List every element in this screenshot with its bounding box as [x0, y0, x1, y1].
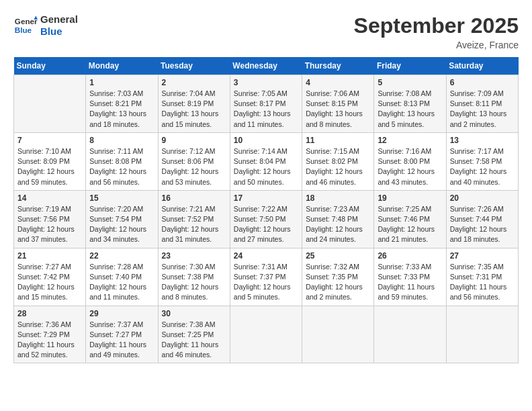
day-number: 19 [378, 193, 442, 203]
day-info: Sunrise: 7:22 AMSunset: 7:50 PMDaylight:… [234, 204, 298, 245]
day-info: Sunrise: 7:21 AMSunset: 7:52 PMDaylight:… [162, 204, 226, 245]
svg-text:General: General [15, 17, 38, 26]
day-info: Sunrise: 7:32 AMSunset: 7:35 PMDaylight:… [306, 262, 370, 303]
calendar-cell: 4Sunrise: 7:06 AMSunset: 8:15 PMDaylight… [302, 75, 374, 133]
week-row-0: 1Sunrise: 7:03 AMSunset: 8:21 PMDaylight… [14, 75, 519, 133]
calendar-cell: 29Sunrise: 7:37 AMSunset: 7:27 PMDayligh… [86, 306, 158, 363]
day-info: Sunrise: 7:27 AMSunset: 7:42 PMDaylight:… [17, 262, 82, 303]
svg-text:Blue: Blue [15, 26, 32, 34]
calendar-cell: 27Sunrise: 7:35 AMSunset: 7:31 PMDayligh… [446, 248, 518, 306]
calendar-cell [374, 306, 446, 363]
calendar-cell [302, 306, 374, 363]
day-info: Sunrise: 7:04 AMSunset: 8:19 PMDaylight:… [162, 89, 226, 130]
header-wednesday: Wednesday [230, 57, 302, 75]
day-number: 18 [306, 193, 370, 203]
day-number: 26 [378, 251, 442, 261]
calendar-cell: 8Sunrise: 7:11 AMSunset: 8:08 PMDaylight… [86, 132, 158, 190]
calendar-cell: 10Sunrise: 7:14 AMSunset: 8:04 PMDayligh… [230, 132, 302, 190]
day-number: 23 [162, 251, 226, 261]
day-info: Sunrise: 7:23 AMSunset: 7:48 PMDaylight:… [306, 204, 370, 245]
day-number: 22 [89, 251, 154, 261]
page-header: General Blue General Blue September 2025… [13, 13, 519, 50]
calendar-cell [14, 75, 86, 133]
calendar-header-row: SundayMondayTuesdayWednesdayThursdayFrid… [14, 57, 519, 75]
calendar-cell: 16Sunrise: 7:21 AMSunset: 7:52 PMDayligh… [158, 190, 230, 248]
day-info: Sunrise: 7:19 AMSunset: 7:56 PMDaylight:… [17, 204, 82, 245]
calendar-cell [230, 306, 302, 363]
calendar-cell [446, 306, 518, 363]
day-info: Sunrise: 7:37 AMSunset: 7:27 PMDaylight:… [89, 320, 154, 361]
day-info: Sunrise: 7:20 AMSunset: 7:54 PMDaylight:… [89, 204, 154, 245]
day-number: 8 [89, 136, 154, 145]
day-number: 5 [378, 78, 442, 87]
day-number: 3 [234, 78, 298, 87]
calendar-cell: 22Sunrise: 7:28 AMSunset: 7:40 PMDayligh… [86, 248, 158, 306]
week-row-1: 7Sunrise: 7:10 AMSunset: 8:09 PMDaylight… [14, 132, 519, 190]
header-thursday: Thursday [302, 57, 374, 75]
logo-general: General [40, 13, 78, 26]
day-number: 1 [89, 78, 154, 87]
day-info: Sunrise: 7:25 AMSunset: 7:46 PMDaylight:… [378, 204, 442, 245]
calendar-cell: 28Sunrise: 7:36 AMSunset: 7:29 PMDayligh… [14, 306, 86, 363]
day-number: 21 [17, 251, 82, 261]
header-tuesday: Tuesday [158, 57, 230, 75]
day-info: Sunrise: 7:05 AMSunset: 8:17 PMDaylight:… [234, 89, 298, 130]
day-info: Sunrise: 7:10 AMSunset: 8:09 PMDaylight:… [17, 146, 82, 187]
header-friday: Friday [374, 57, 446, 75]
calendar-cell: 21Sunrise: 7:27 AMSunset: 7:42 PMDayligh… [14, 248, 86, 306]
calendar-cell: 15Sunrise: 7:20 AMSunset: 7:54 PMDayligh… [86, 190, 158, 248]
day-number: 27 [450, 251, 515, 261]
day-number: 7 [17, 136, 82, 145]
day-number: 20 [450, 193, 515, 203]
day-info: Sunrise: 7:09 AMSunset: 8:11 PMDaylight:… [450, 89, 515, 130]
day-info: Sunrise: 7:35 AMSunset: 7:31 PMDaylight:… [450, 262, 515, 303]
day-info: Sunrise: 7:14 AMSunset: 8:04 PMDaylight:… [234, 146, 298, 187]
calendar-cell: 11Sunrise: 7:15 AMSunset: 8:02 PMDayligh… [302, 132, 374, 190]
calendar-cell: 30Sunrise: 7:38 AMSunset: 7:25 PMDayligh… [158, 306, 230, 363]
calendar-cell: 1Sunrise: 7:03 AMSunset: 8:21 PMDaylight… [86, 75, 158, 133]
day-info: Sunrise: 7:33 AMSunset: 7:33 PMDaylight:… [378, 262, 442, 303]
day-number: 24 [234, 251, 298, 261]
calendar-body: 1Sunrise: 7:03 AMSunset: 8:21 PMDaylight… [14, 75, 519, 363]
calendar-cell: 20Sunrise: 7:26 AMSunset: 7:44 PMDayligh… [446, 190, 518, 248]
day-info: Sunrise: 7:30 AMSunset: 7:38 PMDaylight:… [162, 262, 226, 303]
day-number: 2 [162, 78, 226, 87]
day-info: Sunrise: 7:31 AMSunset: 7:37 PMDaylight:… [234, 262, 298, 303]
calendar-cell: 13Sunrise: 7:17 AMSunset: 7:58 PMDayligh… [446, 132, 518, 190]
day-number: 17 [234, 193, 298, 203]
week-row-3: 21Sunrise: 7:27 AMSunset: 7:42 PMDayligh… [14, 248, 519, 306]
day-info: Sunrise: 7:08 AMSunset: 8:13 PMDaylight:… [378, 89, 442, 130]
calendar-cell: 19Sunrise: 7:25 AMSunset: 7:46 PMDayligh… [374, 190, 446, 248]
day-info: Sunrise: 7:17 AMSunset: 7:58 PMDaylight:… [450, 146, 515, 187]
calendar-cell: 26Sunrise: 7:33 AMSunset: 7:33 PMDayligh… [374, 248, 446, 306]
day-number: 4 [306, 78, 370, 87]
day-number: 12 [378, 136, 442, 145]
calendar-cell: 23Sunrise: 7:30 AMSunset: 7:38 PMDayligh… [158, 248, 230, 306]
calendar-cell: 12Sunrise: 7:16 AMSunset: 8:00 PMDayligh… [374, 132, 446, 190]
header-monday: Monday [86, 57, 158, 75]
day-number: 15 [89, 193, 154, 203]
day-info: Sunrise: 7:06 AMSunset: 8:15 PMDaylight:… [306, 89, 370, 130]
day-number: 25 [306, 251, 370, 261]
day-number: 11 [306, 136, 370, 145]
day-info: Sunrise: 7:16 AMSunset: 8:00 PMDaylight:… [378, 146, 442, 187]
day-number: 28 [17, 309, 82, 318]
day-number: 14 [17, 193, 82, 203]
calendar-cell: 5Sunrise: 7:08 AMSunset: 8:13 PMDaylight… [374, 75, 446, 133]
day-info: Sunrise: 7:38 AMSunset: 7:25 PMDaylight:… [162, 320, 226, 361]
day-info: Sunrise: 7:36 AMSunset: 7:29 PMDaylight:… [17, 320, 82, 361]
calendar-cell: 9Sunrise: 7:12 AMSunset: 8:06 PMDaylight… [158, 132, 230, 190]
day-number: 10 [234, 136, 298, 145]
calendar-cell: 14Sunrise: 7:19 AMSunset: 7:56 PMDayligh… [14, 190, 86, 248]
day-number: 6 [450, 78, 515, 87]
day-info: Sunrise: 7:03 AMSunset: 8:21 PMDaylight:… [89, 89, 154, 130]
day-number: 13 [450, 136, 515, 145]
day-number: 9 [162, 136, 226, 145]
calendar-table: SundayMondayTuesdayWednesdayThursdayFrid… [13, 57, 519, 363]
week-row-2: 14Sunrise: 7:19 AMSunset: 7:56 PMDayligh… [14, 190, 519, 248]
calendar-cell: 18Sunrise: 7:23 AMSunset: 7:48 PMDayligh… [302, 190, 374, 248]
week-row-4: 28Sunrise: 7:36 AMSunset: 7:29 PMDayligh… [14, 306, 519, 363]
title-block: September 2025 Aveize, France [354, 13, 519, 50]
day-info: Sunrise: 7:11 AMSunset: 8:08 PMDaylight:… [89, 146, 154, 187]
calendar-cell: 17Sunrise: 7:22 AMSunset: 7:50 PMDayligh… [230, 190, 302, 248]
